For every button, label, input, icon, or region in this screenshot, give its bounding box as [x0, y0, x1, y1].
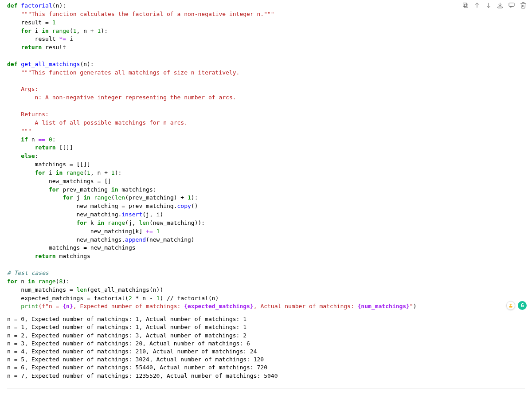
- code-text: matchings = [[]]: [7, 161, 90, 168]
- num: 1: [156, 228, 160, 235]
- code-text: num_matchings =: [7, 286, 77, 293]
- kw-def: def: [7, 61, 17, 67]
- fstring: , Expected number of matchings:: [73, 303, 184, 309]
- kw-for: for: [77, 219, 87, 226]
- builtin-len: len: [139, 219, 149, 226]
- code-text: prev_matching: [59, 186, 111, 193]
- docstring: """This function generates all matchings…: [21, 69, 239, 76]
- builtin-range: range: [94, 194, 111, 201]
- kw-for: for: [35, 169, 45, 176]
- output-line: n = 6, Expected number of matchings: 554…: [7, 364, 267, 371]
- output-line: n = 1, Expected number of matchings: 1, …: [7, 324, 246, 330]
- docstring: n: A non-negative integer representing t…: [7, 94, 236, 101]
- code-text: [153, 228, 156, 235]
- docstring: """: [7, 128, 31, 134]
- code-text: expected_matchings = factorial(: [7, 295, 129, 301]
- code-text: result =: [7, 19, 52, 26]
- code-text: new_matching.: [7, 211, 121, 218]
- code-text: i: [31, 27, 42, 34]
- svg-rect-1: [463, 3, 467, 7]
- code-text: ):: [63, 278, 70, 285]
- code-text: (j,: [125, 219, 139, 226]
- fstring: ": [410, 303, 413, 309]
- svg-rect-5: [498, 7, 503, 8]
- docstring: """This function calculates the factoria…: [21, 11, 274, 17]
- bottom-badges: G: [506, 301, 527, 310]
- code-text: ) // factorial(n): [160, 295, 219, 301]
- builtin-len: len: [115, 194, 125, 201]
- kw-if: if: [21, 136, 28, 143]
- code-text: ):: [115, 169, 122, 176]
- code-text: ):: [191, 194, 198, 201]
- output-area: n = 0, Expected number of matchings: 1, …: [0, 313, 532, 384]
- comment-icon[interactable]: [508, 2, 515, 9]
- num: 1: [73, 27, 77, 34]
- fn-factorial: factorial: [21, 2, 52, 9]
- cell-divider: [7, 388, 525, 388]
- code-text: (n):: [52, 2, 66, 9]
- finterp: {expected_matchings}: [184, 303, 254, 309]
- code-text: matchings = new_matchings: [7, 244, 136, 251]
- arrow-up-icon[interactable]: [473, 2, 481, 9]
- num: 1: [111, 169, 115, 176]
- fstring: , Actual number of matchings:: [254, 303, 358, 309]
- fn-get-all: get_all_matchings: [21, 61, 80, 67]
- docstring: Args:: [7, 86, 38, 92]
- kw-return: return: [35, 253, 56, 259]
- code-editor[interactable]: def factorial(n): """This function calcu…: [7, 2, 528, 311]
- kw-in: in: [56, 169, 63, 176]
- kw-in: in: [111, 186, 118, 193]
- num: 1: [87, 169, 90, 176]
- code-text: * n -: [132, 295, 156, 301]
- grammarly-badge-icon[interactable]: G: [518, 301, 527, 310]
- code-text: new_matching[k]: [7, 228, 146, 235]
- code-text: k: [87, 219, 97, 226]
- builtin-range: range: [52, 27, 70, 34]
- builtin-range: range: [108, 219, 125, 226]
- num: 1: [188, 194, 191, 201]
- output-line: n = 3, Expected number of matchings: 20,…: [7, 340, 250, 347]
- kw-in: in: [83, 194, 90, 201]
- kw-def: def: [7, 2, 17, 9]
- code-text: (: [70, 27, 73, 34]
- copy-icon[interactable]: [462, 2, 469, 9]
- kw-return: return: [21, 44, 42, 51]
- cell-toolbar: [462, 2, 527, 9]
- code-text: (get_all_matchings(n)): [87, 286, 163, 293]
- code-text: (new_matching)):: [149, 219, 205, 226]
- builtin-range: range: [66, 169, 83, 176]
- code-text: ): [413, 303, 417, 309]
- arrow-down-icon[interactable]: [485, 2, 492, 9]
- kw-in: in: [42, 27, 49, 34]
- code-text: (: [83, 169, 87, 176]
- num: 2: [129, 295, 132, 301]
- colab-badge-icon[interactable]: [506, 301, 515, 310]
- code-text: :: [35, 153, 39, 159]
- docstring: A list of all possible matchings for n a…: [7, 119, 188, 126]
- output-line: n = 4, Expected number of matchings: 210…: [7, 348, 257, 355]
- op: *=: [59, 35, 66, 42]
- code-text: (prev_matching) +: [125, 194, 188, 201]
- builtin-len: len: [77, 286, 87, 293]
- kw-in: in: [98, 219, 105, 226]
- op: +=: [146, 228, 153, 235]
- code-text: ):: [101, 27, 108, 34]
- svg-rect-0: [464, 4, 468, 8]
- code-text: (n):: [80, 61, 94, 67]
- link-icon[interactable]: [497, 2, 504, 9]
- kw-for: for: [7, 278, 17, 285]
- meth-insert: insert: [121, 211, 142, 218]
- code-text: new_matchings.: [7, 236, 125, 243]
- output-line: n = 2, Expected number of matchings: 3, …: [7, 332, 246, 339]
- code-cell: def factorial(n): """This function calcu…: [0, 0, 532, 313]
- code-text: n: [28, 136, 38, 143]
- meth-append: append: [125, 236, 146, 243]
- docstring: Returns:: [7, 111, 49, 117]
- code-text: (new_matching): [146, 236, 195, 243]
- kw-return: return: [35, 144, 56, 151]
- trash-icon[interactable]: [520, 2, 527, 9]
- finterp: {n}: [63, 303, 73, 309]
- num: 0: [49, 136, 52, 143]
- builtin-print: print: [21, 303, 38, 309]
- output-line: n = 7, Expected number of matchings: 123…: [7, 372, 278, 379]
